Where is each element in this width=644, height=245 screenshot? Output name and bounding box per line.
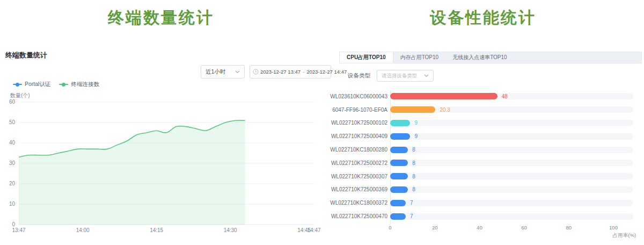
bar-row: WL022710K7250002728 (322, 156, 644, 170)
y-tick-label: 0 (12, 221, 15, 227)
x-tick-label: 14:47 (307, 227, 320, 233)
performance-tabs: CPU占用TOP10内存占用TOP10无线接入点速率TOP10 (339, 52, 642, 63)
y-tick-label: 50 (9, 119, 16, 125)
bar-fill (390, 133, 410, 140)
bar-category-label: WL022710K725000369 (322, 186, 387, 192)
chevron-down-icon (235, 70, 240, 74)
device-type-filter: 设备类型 请选择设备类型 (348, 70, 434, 82)
bar-row: WL022710K7250003078 (322, 170, 644, 183)
bar-track: 8 (390, 160, 633, 166)
bar-track: 8 (390, 173, 633, 179)
legend-label: Portal认证 (25, 81, 50, 88)
chevron-down-icon (424, 74, 429, 77)
terminal-count-line-chart: 010203040506013:4714:0014:1514:3014:4514… (0, 98, 322, 245)
bar-x-tick-label: 0 (382, 225, 398, 230)
page-title-device-performance: 设备性能统计 (322, 7, 644, 29)
bar-value-label: 8 (412, 174, 415, 179)
date-end: 2023-12-27 14:47 (306, 69, 347, 75)
bar-track: 8 (390, 147, 633, 153)
time-range-select[interactable]: 近1小时 (201, 65, 245, 78)
bar-fill (390, 213, 406, 220)
bar-x-axis-title: 占用率(%) (609, 232, 636, 239)
page-title-terminal-stats: 终端数量统计 (0, 7, 322, 29)
time-range-value: 近1小时 (206, 68, 235, 76)
bar-category-label: WL022710K725000102 (322, 120, 387, 126)
x-tick-label: 13:47 (12, 227, 25, 233)
bar-value-label: 48 (502, 93, 508, 99)
bar-value-label: 8 (412, 186, 415, 192)
dashboard: 终端数量统计 终端数量统计 近1小时 2023-12-27 13:47 - 20… (0, 0, 644, 245)
bar-row: WL022710K7250004099 (322, 129, 644, 143)
bar-x-tick-label: 80 (561, 225, 577, 230)
bar-x-axis: 020406080100 (322, 225, 644, 231)
y-tick-label: 40 (9, 140, 16, 146)
bar-row: 6047-FF96-1070-EF0A20.3 (322, 103, 644, 117)
bar-x-tick-label: 20 (427, 225, 443, 230)
y-tick-label: 10 (9, 201, 16, 207)
bar-track: 48 (390, 93, 633, 99)
bar-fill (390, 173, 408, 179)
y-tick-label: 30 (9, 160, 16, 166)
date-start: 2023-12-27 13:47 (260, 69, 301, 75)
bar-value-label: 8 (412, 160, 415, 166)
tab-无线接入点速率TOP10[interactable]: 无线接入点速率TOP10 (445, 52, 514, 63)
area-fill (19, 120, 245, 225)
bar-fill (390, 186, 408, 193)
bar-category-label: WL022710K725000470 (322, 213, 387, 219)
bar-track: 9 (390, 133, 633, 140)
x-tick-label: 14:30 (224, 227, 237, 233)
bar-value-label: 7 (410, 200, 413, 206)
tab-CPU占用TOP10[interactable]: CPU占用TOP10 (340, 52, 393, 63)
bar-track: 7 (390, 200, 633, 206)
bar-row: WL022710K7250003698 (322, 183, 644, 197)
bar-fill (390, 120, 410, 126)
x-tick-label: 14:00 (76, 227, 90, 233)
bar-category-label: 6047-FF96-1070-EF0A (322, 107, 387, 113)
tab-内存占用TOP10[interactable]: 内存占用TOP10 (393, 52, 446, 63)
bar-value-label: 7 (410, 213, 413, 219)
bar-fill (390, 147, 408, 153)
date-separator: - (303, 69, 304, 75)
bar-fill (390, 93, 497, 99)
bar-value-label: 20.3 (440, 107, 450, 113)
device-type-label: 设备类型 (348, 72, 370, 80)
date-range-picker[interactable]: 2023-12-27 13:47 - 2023-12-27 14:47 (250, 65, 331, 78)
y-tick-label: 20 (9, 181, 16, 186)
bar-fill (390, 200, 406, 206)
bar-category-label: WL022710KC18000372 (322, 200, 387, 206)
device-type-select[interactable]: 请选择设备类型 (377, 70, 434, 82)
bar-x-tick-label: 100 (605, 225, 621, 230)
bar-category-label: WL022710K725000409 (322, 133, 387, 139)
bar-row: WL022710KC180002808 (322, 143, 644, 156)
time-controls: 近1小时 2023-12-27 13:47 - 2023-12-27 14:47 (201, 65, 331, 78)
cpu-top10-bar-chart: WL023610KC06000043486047-FF96-1070-EF0A2… (322, 90, 644, 223)
legend-marker-icon (13, 82, 22, 87)
bar-category-label: WL022710K725000307 (322, 174, 387, 179)
device-type-placeholder: 请选择设备类型 (382, 73, 424, 80)
bar-value-label: 8 (412, 147, 415, 153)
bar-row: WL022710KC180003727 (322, 196, 644, 210)
bar-category-label: WL022710K725000272 (322, 160, 387, 166)
legend-marker-icon (59, 82, 68, 87)
card-title-terminal-stats: 终端数量统计 (5, 51, 47, 60)
bar-row: WL022710K7250004707 (322, 210, 644, 223)
legend-item[interactable]: Portal认证 (13, 81, 50, 88)
bar-x-tick-label: 60 (516, 225, 532, 230)
bar-track: 7 (390, 213, 633, 220)
x-tick-label: 14:15 (150, 227, 163, 233)
bar-fill (390, 106, 435, 113)
bar-track: 20.3 (390, 106, 633, 113)
bar-x-tick-label: 40 (471, 225, 487, 230)
legend-item[interactable]: 终端连接数 (59, 81, 99, 88)
bar-track: 8 (390, 186, 633, 193)
chart-legend: Portal认证终端连接数 (13, 81, 99, 88)
bar-fill (390, 160, 408, 166)
bar-value-label: 9 (414, 133, 418, 139)
clock-icon (253, 69, 259, 75)
bar-category-label: WL023610KC06000043 (322, 93, 387, 99)
bar-value-label: 9 (414, 120, 418, 126)
bar-row: WL022710K7250001029 (322, 117, 644, 130)
bar-row: WL023610KC0600004348 (322, 90, 644, 103)
bar-track: 9 (390, 120, 633, 126)
bar-category-label: WL022710KC18000280 (322, 147, 387, 153)
